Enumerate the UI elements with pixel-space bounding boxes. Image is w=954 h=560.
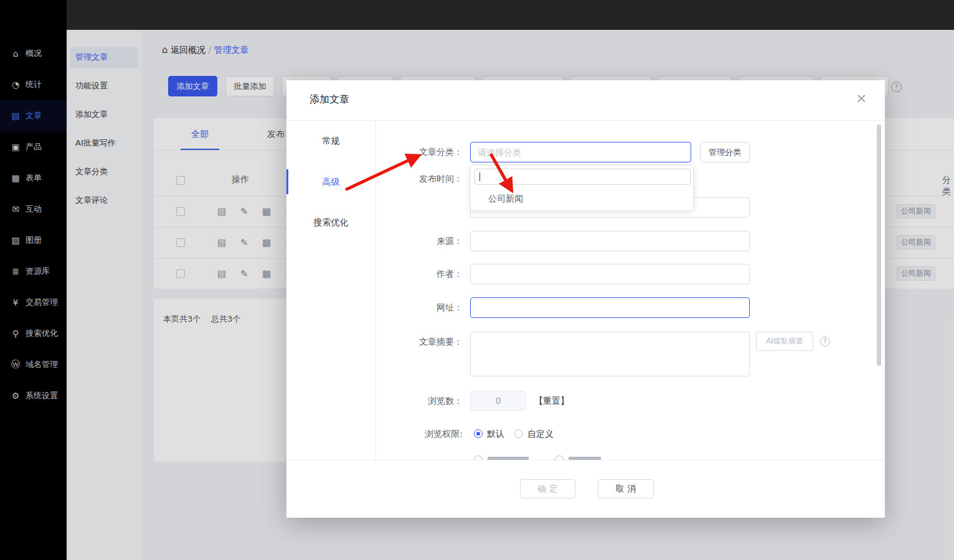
- source-label: 来源：: [380, 231, 463, 251]
- ai-extract-button[interactable]: AI提取摘要: [756, 332, 813, 351]
- category-label: 文章分类：: [380, 142, 463, 162]
- dropdown-search-input[interactable]: [475, 169, 691, 185]
- help-icon[interactable]: ?: [820, 337, 830, 347]
- dropdown-option-company-news[interactable]: 公司新闻: [471, 189, 694, 208]
- author-input[interactable]: [470, 264, 750, 284]
- publish-time-label: 发布时间：: [380, 169, 463, 189]
- modal-title: 添加文章: [309, 93, 349, 106]
- summary-label: 文章摘要：: [380, 332, 463, 352]
- views-input: [470, 391, 526, 411]
- divider: [286, 460, 885, 460]
- manage-category-button[interactable]: 管理分类: [700, 142, 750, 162]
- radio-default[interactable]: [474, 429, 483, 438]
- clipped-form-row: [375, 452, 724, 460]
- author-label: 作者：: [380, 264, 463, 284]
- radio-obscured[interactable]: [474, 455, 483, 460]
- close-icon[interactable]: ×: [856, 91, 867, 105]
- modal-tab-general[interactable]: 常规: [286, 128, 375, 153]
- modal-scrollbar[interactable]: [877, 124, 881, 366]
- modal-tab-seo[interactable]: 搜索优化: [286, 210, 375, 235]
- views-label: 浏览数：: [380, 391, 463, 411]
- confirm-button[interactable]: 确 定: [520, 479, 575, 498]
- radio-custom[interactable]: [514, 429, 523, 438]
- divider: [375, 120, 376, 460]
- radio-default-label[interactable]: 默认: [487, 424, 504, 444]
- url-input[interactable]: [470, 297, 750, 318]
- divider: [286, 120, 885, 121]
- permission-label: 浏览权限:: [380, 424, 463, 444]
- summary-textarea[interactable]: [470, 332, 750, 376]
- reset-views-link[interactable]: 【重置】: [534, 391, 569, 411]
- url-label: 网址：: [380, 297, 463, 318]
- source-input[interactable]: [470, 231, 750, 251]
- text-caret: [479, 172, 480, 181]
- category-dropdown: 公司新闻: [470, 165, 694, 211]
- category-select[interactable]: [470, 142, 691, 162]
- add-article-modal: 添加文章 × 常规 高级 搜索优化 文章分类： 管理分类 发布时间： 来源： 作…: [286, 80, 885, 518]
- radio-custom-label[interactable]: 自定义: [527, 424, 554, 444]
- radio-obscured[interactable]: [555, 455, 564, 460]
- cancel-button[interactable]: 取 消: [598, 479, 654, 498]
- modal-tab-advanced[interactable]: 高级: [286, 169, 375, 194]
